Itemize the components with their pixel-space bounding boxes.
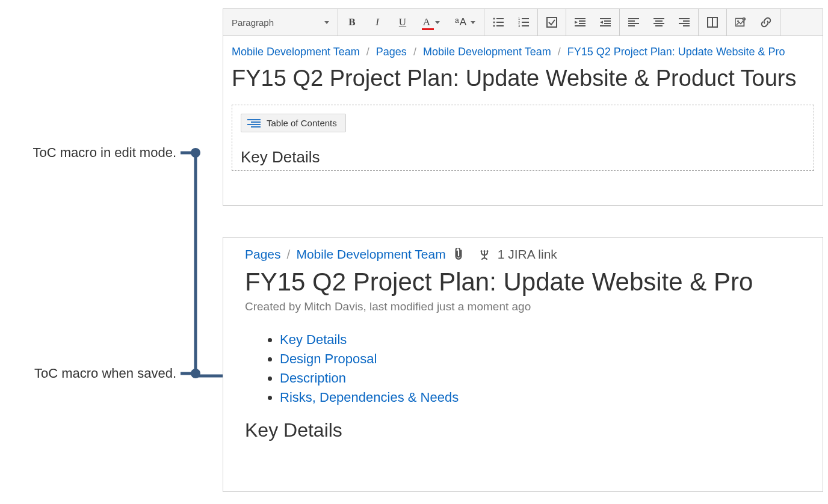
breadcrumb-sep: / bbox=[366, 46, 369, 58]
chevron-down-icon bbox=[471, 21, 475, 24]
svg-rect-32 bbox=[653, 23, 664, 24]
svg-marker-23 bbox=[600, 21, 603, 24]
toc-icon bbox=[247, 119, 261, 128]
toc-link[interactable]: Design Proposal bbox=[280, 351, 377, 366]
attachments-icon[interactable] bbox=[453, 248, 464, 261]
jira-icon[interactable] bbox=[478, 248, 490, 260]
align-left-icon bbox=[628, 17, 639, 28]
svg-point-2 bbox=[191, 369, 200, 378]
breadcrumb-parent-link[interactable]: Mobile Development Team bbox=[423, 46, 551, 58]
svg-rect-28 bbox=[628, 23, 639, 24]
svg-rect-25 bbox=[600, 25, 611, 26]
svg-rect-15 bbox=[547, 17, 557, 27]
svg-rect-19 bbox=[579, 23, 585, 24]
svg-rect-37 bbox=[683, 25, 690, 26]
svg-rect-10 bbox=[522, 18, 529, 19]
indent-icon bbox=[600, 17, 611, 28]
view-page-meta: Created by Mitch Davis, last modified ju… bbox=[245, 300, 806, 313]
insert-image-button[interactable]: + bbox=[728, 9, 753, 35]
breadcrumb-space-link[interactable]: Mobile Development Team bbox=[232, 46, 360, 58]
indent-button[interactable] bbox=[593, 9, 618, 35]
toc-item: Description bbox=[280, 369, 806, 388]
toc-link[interactable]: Key Details bbox=[280, 332, 347, 347]
view-breadcrumb: Pages / Mobile Development Team 1 JIRA l… bbox=[245, 247, 806, 262]
svg-rect-24 bbox=[604, 23, 611, 24]
paragraph-style-select[interactable]: Paragraph bbox=[224, 17, 336, 28]
svg-rect-16 bbox=[575, 18, 585, 19]
svg-point-3 bbox=[493, 18, 495, 20]
insert-image-icon: + bbox=[735, 17, 746, 28]
svg-rect-12 bbox=[522, 22, 529, 23]
task-list-button[interactable] bbox=[539, 9, 564, 35]
svg-text:+: + bbox=[743, 17, 745, 20]
svg-point-7 bbox=[493, 25, 495, 27]
toc-link[interactable]: Description bbox=[280, 370, 346, 386]
svg-rect-20 bbox=[575, 25, 585, 26]
breadcrumb-sep: / bbox=[287, 247, 291, 262]
more-formatting-button[interactable]: a A bbox=[448, 9, 483, 35]
toc-item: Risks, Dependencies & Needs bbox=[280, 388, 806, 407]
editor-breadcrumb: Mobile Development Team / Pages / Mobile… bbox=[232, 46, 814, 58]
outdent-icon bbox=[575, 17, 585, 28]
toc-item: Key Details bbox=[280, 330, 806, 349]
toc-macro-placeholder[interactable]: Table of Contents Key Details bbox=[232, 105, 814, 171]
align-left-button[interactable] bbox=[621, 9, 646, 35]
toc-macro-label: Table of Contents bbox=[267, 118, 337, 128]
editor-heading-preview[interactable]: Key Details bbox=[241, 148, 805, 167]
page-layout-icon bbox=[707, 17, 718, 28]
view-screenshot: Pages / Mobile Development Team 1 JIRA l… bbox=[223, 237, 823, 492]
toc-item: Design Proposal bbox=[280, 349, 806, 369]
svg-text:3: 3 bbox=[518, 24, 521, 28]
jira-link-count[interactable]: 1 JIRA link bbox=[498, 247, 557, 262]
page-layout-button[interactable] bbox=[700, 9, 725, 35]
bold-button[interactable]: B bbox=[339, 9, 365, 35]
svg-rect-6 bbox=[496, 22, 504, 23]
svg-rect-35 bbox=[683, 20, 690, 22]
align-center-icon bbox=[653, 17, 664, 28]
chevron-down-icon bbox=[435, 21, 440, 24]
underline-button[interactable]: U bbox=[390, 9, 415, 35]
toc-link[interactable]: Risks, Dependencies & Needs bbox=[280, 390, 459, 405]
editor-page-title[interactable]: FY15 Q2 Project Plan: Update Website & P… bbox=[232, 66, 814, 91]
svg-marker-18 bbox=[575, 21, 578, 24]
italic-button[interactable]: I bbox=[365, 9, 390, 35]
align-right-button[interactable] bbox=[672, 9, 697, 35]
toc-rendered: Key Details Design Proposal Description … bbox=[245, 330, 806, 407]
chevron-down-icon bbox=[324, 21, 329, 24]
more-formatting-icon-big: A bbox=[460, 16, 466, 28]
view-page-title: FY15 Q2 Project Plan: Update Website & P… bbox=[245, 268, 806, 297]
svg-rect-22 bbox=[604, 20, 611, 22]
breadcrumb-sep: / bbox=[413, 46, 416, 58]
svg-rect-29 bbox=[628, 25, 635, 26]
svg-rect-36 bbox=[679, 23, 690, 24]
svg-rect-27 bbox=[628, 20, 635, 22]
breadcrumb-sep: / bbox=[558, 46, 561, 58]
text-color-button[interactable]: A bbox=[415, 9, 448, 35]
text-color-icon: A bbox=[423, 16, 430, 28]
svg-point-1 bbox=[191, 148, 200, 158]
svg-rect-26 bbox=[628, 18, 639, 19]
editor-screenshot: Paragraph B I U A bbox=[223, 8, 823, 206]
task-list-icon bbox=[546, 17, 557, 28]
bullet-list-button[interactable] bbox=[486, 9, 511, 35]
view-heading: Key Details bbox=[245, 419, 806, 441]
toc-macro-chip[interactable]: Table of Contents bbox=[241, 114, 346, 132]
align-right-icon bbox=[679, 17, 690, 28]
breadcrumb-space-link[interactable]: Mobile Development Team bbox=[296, 247, 445, 262]
breadcrumb-pages-link[interactable]: Pages bbox=[245, 247, 281, 262]
svg-point-41 bbox=[737, 20, 739, 22]
svg-rect-4 bbox=[496, 18, 504, 19]
text-color-swatch bbox=[422, 28, 434, 30]
svg-rect-33 bbox=[655, 25, 663, 26]
bullet-list-icon bbox=[493, 17, 504, 28]
svg-point-5 bbox=[493, 22, 495, 23]
numbered-list-button[interactable]: 123 bbox=[511, 9, 536, 35]
insert-link-button[interactable] bbox=[753, 9, 779, 35]
svg-rect-17 bbox=[579, 20, 585, 22]
breadcrumb-pages-link[interactable]: Pages bbox=[376, 46, 407, 58]
svg-rect-30 bbox=[653, 18, 664, 19]
align-center-button[interactable] bbox=[646, 9, 672, 35]
outdent-button[interactable] bbox=[567, 9, 593, 35]
more-formatting-icon: a bbox=[455, 16, 459, 25]
breadcrumb-page-link[interactable]: FY15 Q2 Project Plan: Update Website & P… bbox=[567, 46, 785, 58]
